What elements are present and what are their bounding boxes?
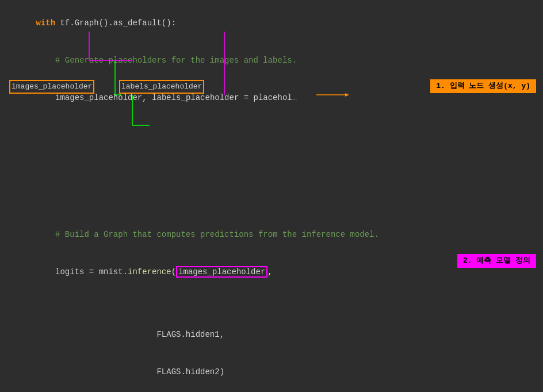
code-line-logits2: FLAGS.hidden1, <box>7 316 536 353</box>
code-line-logits3: FLAGS.hidden2) <box>7 353 536 391</box>
code-container: with tf.Graph().as_default(): # Generate… <box>0 0 543 392</box>
code-line-blank1 <box>7 204 536 217</box>
code-line-2: # Generate placeholders for the images a… <box>7 42 536 79</box>
section-top: with tf.Graph().as_default(): # Generate… <box>0 0 543 392</box>
code-line-logits: logits = mnist.inference(images_placehol… <box>7 254 536 316</box>
annotation-1: 1. 입력 노드 생성(x, y) <box>430 79 536 93</box>
code-line-3: images_placeholder, labels_placeholder =… <box>7 79 536 204</box>
code-line-1: with tf.Graph().as_default(): <box>7 5 536 42</box>
annotation-2: 2. 예측 모델 정의 <box>457 254 536 268</box>
code-line-comment1: # Build a Graph that computes prediction… <box>7 217 536 254</box>
